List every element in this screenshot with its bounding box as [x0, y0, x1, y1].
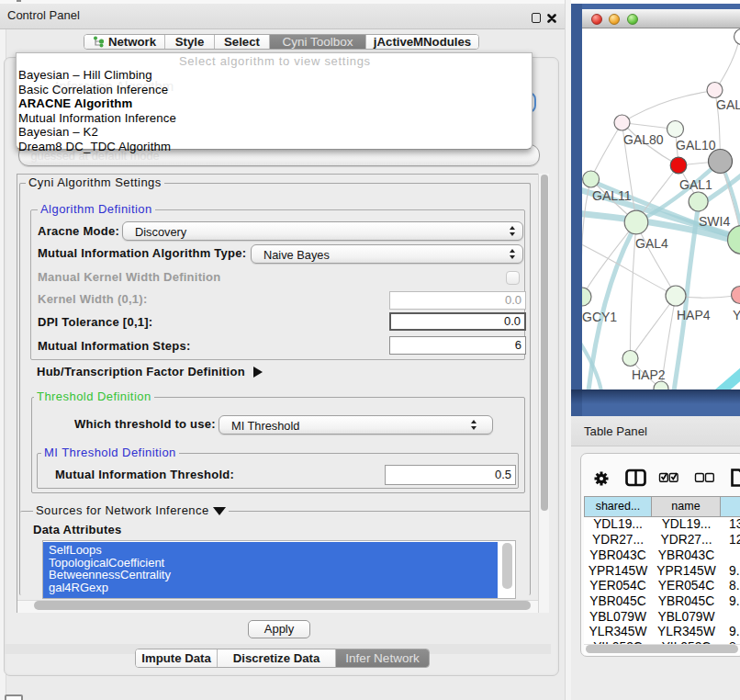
svg-text:GAL: GAL — [716, 97, 740, 112]
svg-text:GCY1: GCY1 — [582, 310, 617, 324]
svg-text:GAL1: GAL1 — [679, 177, 712, 192]
svg-text:HAP2: HAP2 — [632, 367, 666, 382]
svg-text:HAP4: HAP4 — [677, 308, 711, 322]
svg-text:GAL4: GAL4 — [635, 236, 668, 251]
svg-text:Y: Y — [733, 308, 740, 322]
svg-text:GAL80: GAL80 — [623, 132, 664, 147]
svg-text:GAL10: GAL10 — [676, 138, 716, 152]
svg-text:SWI4: SWI4 — [699, 214, 730, 229]
svg-text:GAL11: GAL11 — [592, 188, 632, 203]
